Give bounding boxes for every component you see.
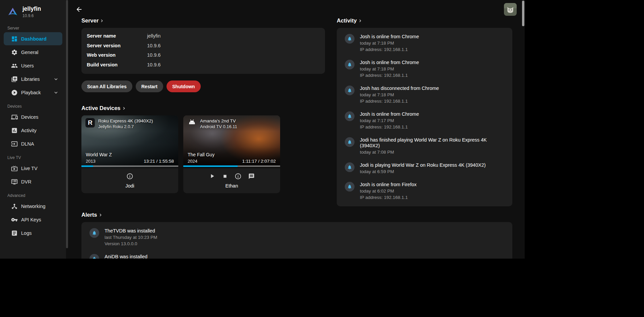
sidebar-item-live-tv[interactable]: Live TV [4,162,62,175]
active-devices-heading-label: Active Devices [81,105,121,111]
activity-entry[interactable]: Josh is online from Chrome today at 7:17… [337,108,512,134]
activity-entry[interactable]: Josh is online from Chrome today at 7:18… [337,30,512,56]
restart-button[interactable]: Restart [136,81,163,92]
sidebar-item-api-keys[interactable]: API Keys [4,213,62,226]
alert-detail: Version 13.0.0.0 [105,241,157,247]
sidebar-item-dashboard[interactable]: Dashboard [4,32,62,45]
session-footer: Jodi [81,168,178,193]
media-year: 2013 [86,159,112,164]
sidebar-item-label: DLNA [21,141,34,147]
activity-time: today at 7:18 PM [360,40,419,46]
session-info-button[interactable] [126,173,133,180]
playback-progress-fill [81,165,93,167]
session-card-android-tv[interactable]: Amanda's 2nd TV Android TV 0.16.11 The F… [183,115,280,193]
session-stop-button[interactable] [222,173,228,179]
session-client-name: Android TV 0.16.11 [200,124,237,129]
alerts-heading[interactable]: Alerts [81,212,512,218]
row-label: Server name [87,31,147,41]
back-button[interactable] [74,5,84,14]
row-value: 10.9.6 [147,50,160,60]
chevron-right-icon [98,212,103,218]
playback-progress-fill [183,165,238,167]
sidebar-item-networking[interactable]: Networking [4,200,62,213]
build-version-row: Build version 10.9.6 [87,60,320,70]
activity-title: Jodi has finished playing World War Z on… [360,137,507,149]
page-scrollbar-thumb[interactable] [522,1,524,26]
media-time: 1:11:17 / 2:07:02 [242,159,276,164]
activity-title: Jodi is playing World War Z on Roku Expr… [360,162,486,168]
sidebar-item-activity[interactable]: Activity [4,124,62,137]
active-devices-heading[interactable]: Active Devices [81,105,325,111]
bell-icon [89,228,99,238]
sidebar-item-label: Dashboard [21,36,47,42]
chevron-down-icon [53,76,59,82]
sidebar-item-dlna[interactable]: DLNA [4,137,62,150]
activity-ip: IP address: 192.168.1.1 [360,124,419,130]
activity-entry[interactable]: Josh is online from Chrome today at 7:18… [337,56,512,82]
alert-entry[interactable]: TheTVDB was installed last Thursday at 1… [81,224,512,250]
sidebar-item-general[interactable]: General [4,46,62,59]
now-playing-backdrop: R Roku Express 4K (3940X2) Jellyfin Roku… [81,115,178,168]
session-footer: Ethan [183,168,280,193]
session-user: Ethan [183,183,280,189]
row-label: Build version [87,60,147,70]
network-hub-icon [11,203,18,210]
activity-entry[interactable]: Jodi is playing World War Z on Roku Expr… [337,159,512,178]
activity-time: today at 6:59 PM [360,169,486,174]
session-user: Jodi [81,183,178,189]
sidebar-item-playback[interactable]: Playback [4,86,62,99]
session-play-button[interactable] [209,173,215,179]
gear-icon [11,49,18,56]
server-section-heading[interactable]: Server [81,17,325,24]
chevron-right-icon [358,18,363,23]
session-card-roku[interactable]: R Roku Express 4K (3940X2) Jellyfin Roku… [81,115,178,193]
sidebar-item-dvr[interactable]: DVR [4,175,62,188]
activity-entry[interactable]: Josh has disconnected from Chrome today … [337,82,512,108]
user-avatar[interactable] [504,3,517,16]
activity-heading[interactable]: Activity [337,17,512,24]
server-version-row: Server version 10.9.6 [87,41,320,51]
message-icon [248,173,255,179]
alert-entry[interactable]: AniDB was installed [81,250,512,259]
session-info-button[interactable] [235,173,242,180]
chevron-right-icon [99,18,105,23]
server-info-card: Server name jellyfin Server version 10.9… [81,28,325,74]
users-icon [11,62,18,69]
jellyfin-dashboard-window: jellyfin 10.9.6 Server Dashboard General… [0,0,525,259]
info-icon [235,173,242,180]
key-icon [11,216,18,223]
sidebar-item-label: Users [21,63,34,68]
sidebar: jellyfin 10.9.6 Server Dashboard General… [0,0,66,259]
sidebar-section-server: Server [0,26,66,31]
activity-entry[interactable]: Jodi has finished playing World War Z on… [337,134,512,159]
activity-time: today at 6:02 PM [360,188,416,194]
activity-heading-label: Activity [337,17,357,24]
main-content: Server Server name jellyfin Server versi… [68,0,525,259]
sidebar-item-label: Live TV [21,166,38,171]
sidebar-item-devices[interactable]: Devices [4,110,62,123]
activity-title: Josh is online from Chrome [360,34,419,40]
activity-chart-icon [11,127,18,134]
activity-time: today at 7:17 PM [360,118,419,123]
session-message-button[interactable] [248,173,255,179]
row-value: 10.9.6 [147,41,160,51]
activity-entry[interactable]: Josh is online from Firefox today at 6:0… [337,178,512,204]
android-tv-icon [187,118,197,127]
bell-icon [345,60,355,69]
shutdown-button[interactable]: Shutdown [167,81,201,92]
sidebar-item-label: General [21,50,39,55]
sidebar-item-libraries[interactable]: Libraries [4,72,62,86]
sidebar-scrollbar-thumb[interactable] [66,0,68,248]
sidebar-item-logs[interactable]: Logs [4,226,62,240]
sidebar-item-label: API Keys [21,217,41,222]
bell-icon [345,162,355,172]
sidebar-section-livetv: Live TV [0,155,66,160]
server-name-row: Server name jellyfin [87,31,320,41]
session-device-name: Amanda's 2nd TV [200,118,237,124]
scan-all-libraries-button[interactable]: Scan All Libraries [81,81,132,92]
sidebar-item-users[interactable]: Users [4,59,62,72]
web-version-row: Web version 10.9.6 [87,50,320,60]
activity-card: Josh is online from Chrome today at 7:18… [337,28,512,206]
jellyfin-logo-icon [7,6,18,17]
sidebar-scrollbar[interactable] [66,0,68,259]
